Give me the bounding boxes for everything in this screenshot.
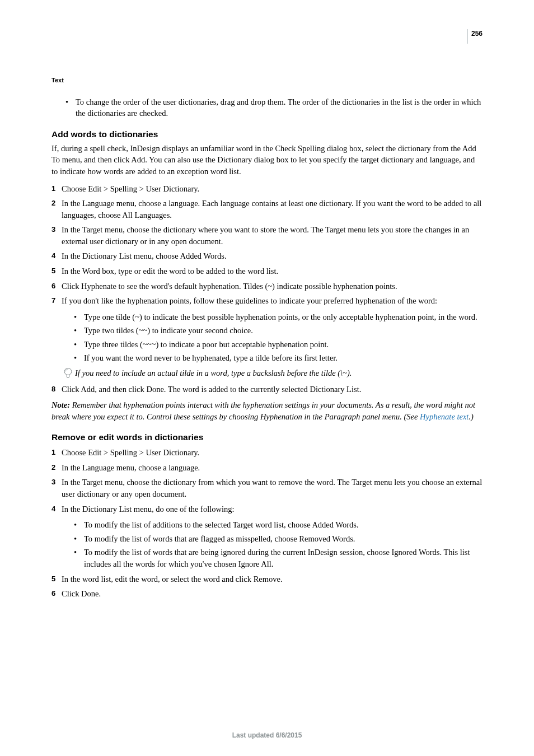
note-text-b: .): [469, 412, 473, 421]
s2-sub-2: •To modify the list of words that are fl…: [74, 533, 483, 545]
step-text: In the Dictionary List menu, choose Adde…: [62, 250, 483, 262]
step-text: In the Dictionary List menu, do one of t…: [62, 503, 483, 515]
s2-steps-tail: 5In the word list, edit the word, or sel…: [51, 573, 483, 600]
step-text: In the Target menu, choose the dictionar…: [62, 477, 483, 500]
page-footer: Last updated 6/6/2015: [0, 731, 534, 740]
step-number: 3: [51, 224, 62, 247]
sub-bullet-text: To modify the list of additions to the s…: [84, 519, 359, 531]
step-number: 2: [51, 198, 62, 221]
step-number: 1: [51, 447, 62, 459]
s1-note: Note: Remember that hyphenation points i…: [51, 399, 483, 422]
step-number: 1: [51, 183, 62, 195]
bullet-dot-icon: •: [74, 533, 84, 545]
bullet-dot-icon: •: [74, 519, 84, 531]
s1-intro: If, during a spell check, InDesign displ…: [51, 143, 483, 178]
sub-bullet-text: Type one tilde (~) to indicate the best …: [84, 311, 477, 323]
step-number: 5: [51, 573, 62, 585]
step-number: 5: [51, 265, 62, 277]
step-number: 3: [51, 477, 62, 500]
page-number: 256: [467, 29, 483, 44]
step-number: 7: [51, 295, 62, 307]
step-text: Choose Edit > Spelling > User Dictionary…: [62, 183, 483, 195]
hyphenate-text-link[interactable]: Hyphenate text: [420, 412, 469, 421]
s2-step-4: 4In the Dictionary List menu, do one of …: [51, 503, 483, 515]
step-text: In the Language menu, choose a language.…: [62, 198, 483, 221]
sub-bullet-text: To modify the list of words that are fla…: [84, 533, 355, 545]
s1-step-6: 6Click Hyphenate to see the word's defau…: [51, 281, 483, 292]
s2-step-6: 6Click Done.: [51, 588, 483, 600]
step-number: 4: [51, 250, 62, 262]
s1-steps: 1Choose Edit > Spelling > User Dictionar…: [51, 183, 483, 307]
intro-bullet-text: To change the order of the user dictiona…: [76, 96, 483, 119]
step-text: Click Add, and then click Done. The word…: [62, 384, 483, 395]
step-text: Click Done.: [62, 588, 483, 600]
lightbulb-icon: [64, 367, 75, 379]
s1-step-2: 2In the Language menu, choose a language…: [51, 198, 483, 221]
s1-step-8: 8Click Add, and then click Done. The wor…: [51, 384, 483, 395]
bullet-dot-icon: •: [65, 96, 76, 119]
tip-text: If you need to include an actual tilde i…: [75, 367, 483, 379]
s2-sub-1: •To modify the list of additions to the …: [74, 519, 483, 531]
bullet-dot-icon: •: [74, 311, 84, 323]
bullet-dot-icon: •: [74, 352, 84, 364]
sub-bullet-text: Type two tildes (~~) to indicate your se…: [84, 325, 253, 337]
note-text-a: Remember that hyphenation points interac…: [51, 400, 475, 421]
bullet-dot-icon: •: [74, 547, 84, 570]
s1-step-7: 7If you don't like the hyphenation point…: [51, 295, 483, 307]
sub-bullet-text: If you want the word never to be hyphena…: [84, 352, 338, 364]
s1-step8-list: 8Click Add, and then click Done. The wor…: [51, 384, 483, 395]
page-number-value: 256: [471, 29, 483, 39]
s1-step-4: 4In the Dictionary List menu, choose Add…: [51, 250, 483, 262]
step-text: In the word list, edit the word, or sele…: [62, 573, 483, 585]
sub-bullet-text: To modify the list of words that are bei…: [84, 547, 483, 570]
page: 256 Text • To change the order of the us…: [0, 0, 534, 756]
s2-sub-3: •To modify the list of words that are be…: [74, 547, 483, 570]
intro-bullet-row: • To change the order of the user dictio…: [65, 96, 483, 119]
step-number: 8: [51, 384, 62, 395]
section-label: Text: [51, 76, 483, 85]
step-number: 4: [51, 503, 62, 515]
s2-steps: 1Choose Edit > Spelling > User Dictionar…: [51, 447, 483, 515]
s2-step-1: 1Choose Edit > Spelling > User Dictionar…: [51, 447, 483, 459]
heading-remove-words: Remove or edit words in dictionaries: [51, 431, 483, 444]
step-text: Choose Edit > Spelling > User Dictionary…: [62, 447, 483, 459]
s2-step-2: 2In the Language menu, choose a language…: [51, 462, 483, 474]
s1-sub-4: •If you want the word never to be hyphen…: [74, 352, 483, 364]
sub-bullet-text: Type three tildes (~~~) to indicate a po…: [84, 339, 329, 351]
step-number: 6: [51, 588, 62, 600]
s1-sub-3: •Type three tildes (~~~) to indicate a p…: [74, 339, 483, 351]
s1-sub-1: •Type one tilde (~) to indicate the best…: [74, 311, 483, 323]
s1-step-5: 5In the Word box, type or edit the word …: [51, 265, 483, 277]
step-number: 6: [51, 281, 62, 292]
bullet-dot-icon: •: [74, 339, 84, 351]
tip-row: If you need to include an actual tilde i…: [64, 367, 483, 379]
heading-add-words: Add words to dictionaries: [51, 128, 483, 141]
step-text: In the Word box, type or edit the word t…: [62, 265, 483, 277]
step-text: In the Language menu, choose a language.: [62, 462, 483, 474]
s1-sub-2: •Type two tildes (~~) to indicate your s…: [74, 325, 483, 337]
s2-step-5: 5In the word list, edit the word, or sel…: [51, 573, 483, 585]
bullet-dot-icon: •: [74, 325, 84, 337]
page-header: 256: [51, 29, 483, 54]
step-text: If you don't like the hyphenation points…: [62, 295, 483, 307]
note-label: Note:: [51, 400, 72, 409]
step-text: Click Hyphenate to see the word's defaul…: [62, 281, 483, 292]
s2-step-3: 3In the Target menu, choose the dictiona…: [51, 477, 483, 500]
s1-step-3: 3In the Target menu, choose the dictiona…: [51, 224, 483, 247]
step-text: In the Target menu, choose the dictionar…: [62, 224, 483, 247]
s1-step-1: 1Choose Edit > Spelling > User Dictionar…: [51, 183, 483, 195]
step-number: 2: [51, 462, 62, 474]
